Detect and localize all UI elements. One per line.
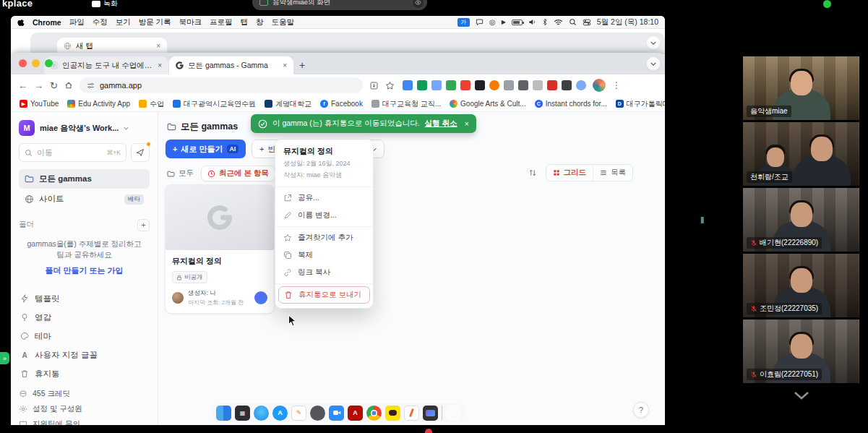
eye-icon[interactable] <box>413 0 424 8</box>
bookmark-star-icon[interactable] <box>385 81 395 90</box>
menu-item-copy-link[interactable]: 링크 복사 <box>275 264 373 281</box>
participant-video[interactable]: 음악샘miae <box>743 56 859 120</box>
apple-menu-icon[interactable] <box>17 18 25 27</box>
create-new-ai-button[interactable]: + 새로 만들기 AI <box>166 140 246 158</box>
tab-search-icon[interactable] <box>647 57 660 70</box>
back-icon[interactable]: ← <box>18 81 27 90</box>
home-icon[interactable] <box>64 81 73 90</box>
control-center-icon[interactable] <box>583 18 591 27</box>
search-input[interactable]: 이동 ⌘+K <box>19 143 126 162</box>
menu-profiles[interactable]: 프로필 <box>210 17 233 27</box>
close-tab-icon[interactable]: × <box>156 42 160 50</box>
dock-acrobat-icon[interactable]: A <box>348 406 363 421</box>
filter-recently-viewed[interactable]: 최근에 본 항목 <box>201 166 275 181</box>
extension-icon[interactable] <box>489 80 499 90</box>
dock-chrome-icon[interactable] <box>366 406 382 421</box>
extension-icon[interactable] <box>417 80 427 90</box>
sidebar-item-inspiration[interactable]: 영감 <box>19 308 150 327</box>
menu-item-duplicate[interactable]: 복제 <box>275 246 373 264</box>
extension-icon[interactable] <box>431 80 442 90</box>
bookmark-item[interactable]: 대구광역시교육연수원 <box>173 99 256 109</box>
spotlight-icon[interactable] <box>569 18 577 26</box>
extension-icon[interactable] <box>446 80 456 90</box>
extension-icon[interactable] <box>576 80 586 90</box>
participant-video[interactable]: 조민정(22227035) <box>743 254 859 317</box>
dock-finder-icon[interactable] <box>216 406 231 421</box>
undo-link[interactable]: 실행 취소 <box>425 119 457 129</box>
extension-icon[interactable] <box>403 80 413 90</box>
menu-bookmarks[interactable]: 북마크 <box>179 17 202 27</box>
menubar-clock[interactable]: 5월 2일 (목) 18:10 <box>597 17 658 27</box>
forward-icon[interactable]: → <box>34 81 43 90</box>
dock-safari-icon[interactable] <box>254 406 269 421</box>
side-panel-expand-icon[interactable]: » <box>0 352 9 364</box>
dock-display-icon[interactable] <box>423 406 438 421</box>
sidebar-item-themes[interactable]: 테마 <box>19 327 150 346</box>
dock-garageband-icon[interactable] <box>310 406 325 421</box>
filter-all[interactable]: 모두 <box>167 168 194 179</box>
card-thumbnail[interactable] <box>166 185 274 250</box>
extension-icon[interactable] <box>504 80 514 90</box>
input-source-icon[interactable]: 가 <box>457 18 470 27</box>
bookmark-item[interactable]: D대구가톨릭대학교 교... <box>616 99 665 109</box>
workspace-switcher[interactable]: M miae 음악샘's Work... <box>19 119 150 137</box>
tab-search-icon[interactable] <box>647 36 660 49</box>
bookmark-item[interactable]: CInstant chords for... <box>535 100 607 108</box>
create-folder-link[interactable]: 폴더 만들기 또는 가입 <box>19 265 150 276</box>
menu-help[interactable]: 도움말 <box>272 17 295 27</box>
menu-item-share[interactable]: 공유... <box>275 189 373 207</box>
bookmark-item[interactable]: 대구교육청 교직... <box>371 99 441 109</box>
settings-members-item[interactable]: 설정 및 구성원 <box>19 401 150 416</box>
save-page-icon[interactable] <box>369 81 379 90</box>
site-settings-icon[interactable] <box>87 82 95 90</box>
bookmark-item[interactable]: Edu Activity App <box>67 100 130 108</box>
participant-video[interactable]: 이효림(22227051) <box>743 320 859 383</box>
menu-item-favorite[interactable]: 즐겨찾기에 추가 <box>275 229 373 246</box>
zoom-window-button[interactable] <box>45 59 53 67</box>
tab-gammas[interactable]: 모든 gammas - Gamma × <box>169 56 293 74</box>
menubar-app-name[interactable]: Chrome <box>33 18 61 27</box>
extension-icon[interactable] <box>475 80 485 90</box>
collapse-participants-button[interactable] <box>743 391 859 400</box>
screen-share-banner[interactable]: 음악샘miae의 화면 <box>252 0 427 10</box>
sidebar-item-sites[interactable]: 사이트 베타 <box>19 189 150 209</box>
extension-icon[interactable] <box>460 80 470 90</box>
menu-item-send-to-trash[interactable]: 휴지통으로 보내기 <box>278 286 370 304</box>
credits-item[interactable]: 455 크레딧 <box>19 386 150 401</box>
menu-view[interactable]: 보기 <box>116 17 131 27</box>
participant-video[interactable]: 배기현(22226890) <box>743 188 859 252</box>
extension-icon[interactable] <box>547 80 557 90</box>
share-workspace-button[interactable] <box>131 143 150 162</box>
window-controls[interactable] <box>19 59 53 67</box>
close-tab-icon[interactable]: × <box>283 61 287 69</box>
sidebar-item-trash[interactable]: 휴지통 <box>19 364 150 383</box>
profile-avatar[interactable] <box>593 79 606 92</box>
background-window[interactable]: 새 탭 × <box>30 33 665 54</box>
list-view-button[interactable]: 목록 <box>593 165 632 181</box>
chat-status-icon[interactable] <box>476 18 484 26</box>
bookmark-item[interactable]: fFacebook <box>320 100 363 108</box>
sort-order-icon[interactable] <box>528 168 537 177</box>
sidebar-item-all-gammas[interactable]: 모든 gammas <box>19 169 150 189</box>
participant-video[interactable]: 천휘람/조교 <box>743 122 859 186</box>
menu-file[interactable]: 파일 <box>69 17 85 27</box>
menu-history[interactable]: 방문 기록 <box>139 17 171 27</box>
dock-hancom-icon[interactable] <box>404 406 419 421</box>
reload-icon[interactable]: ↻ <box>50 81 58 90</box>
panel-resize-handle[interactable]: ‖ <box>700 215 704 226</box>
grid-view-button[interactable]: 그리드 <box>546 165 594 181</box>
new-tab-button[interactable]: + <box>293 56 311 74</box>
dock-pages-icon[interactable]: ✎ <box>291 406 306 421</box>
bluetooth-icon[interactable] <box>542 18 548 26</box>
gamma-card[interactable]: 뮤지컬의 정의 비공개 생성자: 나 마지막 조회: 2개월 전 <box>165 184 275 314</box>
menu-item-rename[interactable]: 이름 변경... <box>275 207 373 224</box>
screen-record-status-icon[interactable]: ◎ <box>489 18 496 26</box>
card-owner-avatar[interactable] <box>254 291 267 304</box>
sidebar-item-custom-fonts[interactable]: A 사용자 지정 글꼴 <box>19 346 150 364</box>
add-folder-button[interactable]: + <box>137 219 150 231</box>
close-window-button[interactable] <box>19 59 27 67</box>
volume-icon[interactable] <box>528 18 536 26</box>
extension-icon[interactable] <box>533 80 543 90</box>
minimize-window-button[interactable] <box>32 59 40 67</box>
address-bar[interactable]: gamma.app <box>80 77 363 93</box>
